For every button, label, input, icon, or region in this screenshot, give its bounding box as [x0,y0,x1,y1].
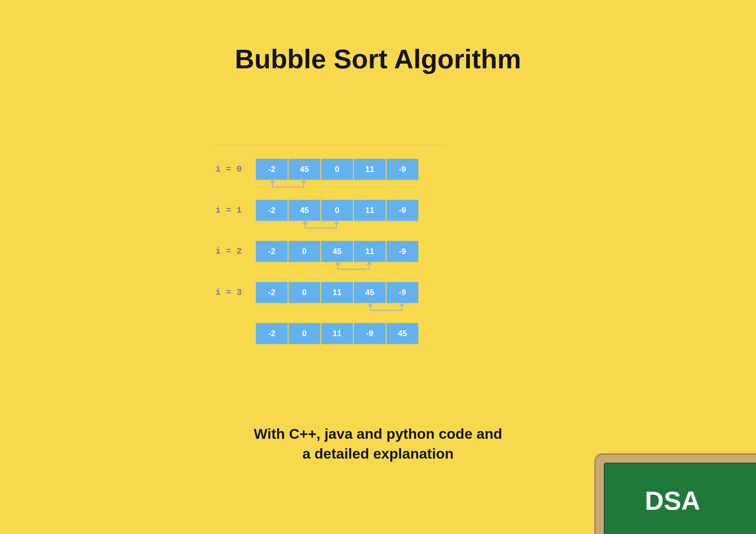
chalkboard-text: DSA [605,486,740,516]
array-cell: 11 [321,323,353,344]
array-cell: -2 [256,241,288,262]
array-cell: 45 [289,200,320,221]
subtitle-line1: With C++, java and python code and [254,426,502,442]
array-cell: 45 [321,241,353,262]
chalkboard-inner: DSA [604,463,756,534]
array-cell: 45 [354,282,386,303]
array-cells: -204511-9 [256,241,418,262]
chalkboard-frame: DSA [594,453,756,534]
array-cell: -9 [387,159,418,180]
array-cell: 11 [354,241,386,262]
array-cells: -201145-9 [256,282,418,303]
array-row: i = 0-245011-9 [216,159,445,180]
array-cells: -2011-945 [256,323,418,344]
page-title: Bubble Sort Algorithm [0,44,756,75]
array-cell: -9 [387,200,418,221]
swap-arrow-icon [370,303,402,312]
array-cell: -2 [256,323,288,344]
array-cell: 11 [354,200,386,221]
array-cell: 45 [289,159,320,180]
array-cell: -2 [256,159,288,180]
array-cell: -9 [387,241,418,262]
array-cell: -9 [387,282,418,303]
chalkboard: DSA [594,453,756,534]
iteration-label: i = 3 [216,287,256,297]
subtitle-line2: a detailed explanation [302,446,454,462]
array-cell: 0 [321,159,353,180]
array-cell: 0 [289,282,320,303]
array-row: -2011-945 [216,323,445,344]
array-cell: -2 [256,282,288,303]
array-cell: 0 [289,323,320,344]
bubble-sort-diagram: i = 0-245011-9i = 1-245011-9i = 2-204511… [216,145,445,347]
swap-arrow-icon [337,262,370,271]
iteration-label: i = 1 [216,205,256,215]
array-row: i = 3-201145-9 [216,282,445,303]
swap-arrow-icon [304,221,337,229]
array-cell: 11 [354,159,386,180]
swap-arrow-icon [272,180,304,188]
iteration-label: i = 0 [216,164,256,174]
iteration-label: i = 2 [216,246,256,256]
array-cell: -2 [256,200,288,221]
array-cells: -245011-9 [256,159,418,180]
array-cells: -245011-9 [256,200,418,221]
array-cell: 0 [289,241,320,262]
array-row: i = 2-204511-9 [216,241,445,262]
array-row: i = 1-245011-9 [216,200,445,221]
array-cell: 0 [321,200,353,221]
array-cell: 45 [387,323,418,344]
array-cell: -9 [354,323,386,344]
array-cell: 11 [321,282,353,303]
